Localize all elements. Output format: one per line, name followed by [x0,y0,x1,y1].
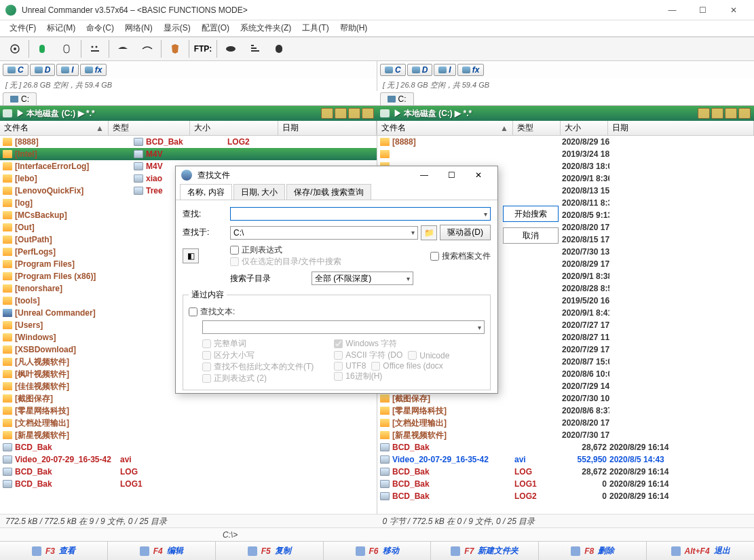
menu-item[interactable]: 网络(N) [119,20,158,36]
list-item[interactable]: [零星网络科技]2020/8/6 8:37 [377,405,754,417]
list-item[interactable]: [Intel]M4V [0,148,377,160]
drive-button-C[interactable]: C [380,64,406,76]
menu-item[interactable]: 配置(O) [196,20,235,36]
find-input[interactable]: ▾ [230,207,491,221]
menu-item[interactable]: 帮助(H) [335,20,373,36]
list-item[interactable]: [新星视频软件]2020/7/30 17:17 [377,429,754,441]
toolbar-btn-7[interactable] [163,39,187,59]
toolbar-btn-1[interactable] [3,39,27,59]
close-button[interactable]: ✕ [718,1,749,20]
toolbar-btn-10[interactable] [243,39,267,59]
path-btn-2[interactable] [711,108,723,119]
cancel-button[interactable]: 取消 [503,227,559,244]
menu-item[interactable]: 系统文件夹(Z) [235,20,297,36]
menubar: 文件(F)标记(M)命令(C)网络(N)显示(S)配置(O)系统文件夹(Z)工具… [0,20,754,37]
col-name[interactable]: 文件名▲ [0,121,109,135]
start-search-button[interactable]: 开始搜索 [503,206,559,222]
left-column-header: 文件名▲ 类型 大小 日期 [0,121,377,136]
fkey-Alt+F4[interactable]: Alt+F4 退出 [647,542,754,560]
list-item[interactable]: BCD_BakLOG [0,466,377,478]
drive-button-D[interactable]: D [30,64,56,76]
browse-folder-button[interactable]: 📁 [421,225,437,240]
dialog-tab-name-content[interactable]: 名称, 内容 [180,184,232,200]
left-pathbar[interactable]: ▶ 本地磁盘 (C:) ▶ *.* [0,106,377,121]
menu-item[interactable]: 标记(M) [41,20,81,36]
path-btn-1[interactable] [321,108,333,119]
list-item[interactable]: [文档处理输出] [0,417,377,429]
fkey-F7[interactable]: F7 新建文件夹 [431,542,539,560]
drive-icon [388,96,396,102]
dialog-tab-save-load[interactable]: 保存/加载 搜索查询 [286,184,371,200]
menu-item[interactable]: 显示(S) [158,20,196,36]
menu-item[interactable]: 命令(C) [81,20,119,36]
drive-button-C[interactable]: C [3,64,29,76]
left-tab[interactable]: C: [3,92,37,105]
drive-button-I[interactable]: I [56,64,78,76]
toolbar-ftp-button[interactable]: FTP: [191,39,215,59]
col-date[interactable]: 日期 [608,121,754,135]
path-btn-2[interactable] [335,108,347,119]
depth-select[interactable]: 全部 (不限深度)▾ [312,272,413,285]
find-text-input[interactable]: ▾ [202,320,485,334]
path-btn-4[interactable] [738,108,751,119]
list-item[interactable]: [新星视频软件] [0,429,377,441]
list-item[interactable]: 2019/3/24 18:11 [377,148,754,160]
dialog-minimize-button[interactable]: — [411,166,438,184]
list-item[interactable]: BCD_BakLOG202020/8/29 16:14 [377,490,754,502]
maximize-button[interactable]: ☐ [687,1,718,20]
col-size[interactable]: 大小 [190,121,278,135]
toolbar-btn-3[interactable] [55,39,79,59]
col-date[interactable]: 日期 [278,121,377,135]
menu-item[interactable]: 工具(T) [297,20,334,36]
right-pathbar[interactable]: ▶ 本地磁盘 (C:) ▶ *.* [377,106,755,121]
drive-button-I[interactable]: I [434,64,455,76]
list-item[interactable]: BCD_Bak28,6722020/8/29 16:14 [377,441,754,453]
toolbar-btn-2[interactable] [31,39,55,59]
fkey-F8[interactable]: F8 删除 [539,542,647,560]
list-item[interactable]: [8888]2020/8/29 16:50 [377,136,754,148]
find-in-input[interactable]: C:\▾ [230,226,418,240]
minimize-button[interactable]: — [657,1,687,20]
dialog-tab-date-size[interactable]: 日期, 大小 [233,184,286,200]
col-name[interactable]: 文件名▲ [377,121,513,135]
drives-button[interactable]: 驱动器(D) [440,225,491,240]
toolbar-btn-9[interactable] [219,39,243,59]
command-bar[interactable]: C:\> [0,527,754,541]
dialog-maximize-button[interactable]: ☐ [438,166,465,184]
list-item[interactable]: [文档处理输出]2020/8/20 17:56 [377,417,754,429]
regex-checkbox[interactable] [230,246,239,255]
list-item[interactable]: Video_20-07-29_16-35-42avi [0,453,377,466]
drive-button-fx[interactable]: fx [80,64,107,76]
drive-icon [10,96,18,102]
list-item[interactable]: BCD_BakLOG102020/8/29 16:14 [377,478,754,490]
col-type[interactable]: 类型 [109,121,190,135]
fkey-F5[interactable]: F5 复制 [216,542,324,560]
list-item[interactable]: Video_20-07-29_16-35-42avi552,9502020/8/… [377,453,754,466]
find-text-checkbox[interactable] [189,307,197,316]
list-item[interactable]: BCD_BakLOG28,6722020/8/29 16:14 [377,466,754,478]
col-size[interactable]: 大小 [561,121,608,135]
drive-button-D[interactable]: D [407,64,433,76]
drive-button-fx[interactable]: fx [457,64,485,76]
list-item[interactable]: BCD_BakLOG1 [0,478,377,490]
path-btn-3[interactable] [348,108,360,119]
toolbar-btn-6[interactable] [135,39,159,59]
toolbar-btn-5[interactable] [111,39,135,59]
path-btn-1[interactable] [698,108,710,119]
right-tab[interactable]: C: [380,92,414,105]
dialog-close-button[interactable]: ✕ [465,166,492,184]
list-item[interactable]: BCD_Bak [0,441,377,453]
col-type[interactable]: 类型 [513,121,561,135]
search-archive-checkbox[interactable] [430,252,439,261]
fkey-F6[interactable]: F6 移动 [324,542,432,560]
path-btn-3[interactable] [725,108,737,119]
fkey-F4[interactable]: F4 编辑 [108,542,216,560]
list-item[interactable]: [零星网络科技] [0,405,377,417]
fkey-F3[interactable]: F3 查看 [0,542,108,560]
list-item[interactable]: [8888]BCD_BakLOG2 [0,136,377,148]
menu-item[interactable]: 文件(F) [4,20,41,36]
toolbar-btn-4[interactable] [83,39,107,59]
aux-button[interactable]: ◧ [183,248,199,263]
toolbar-btn-11[interactable] [267,39,292,59]
path-btn-4[interactable] [362,108,374,119]
